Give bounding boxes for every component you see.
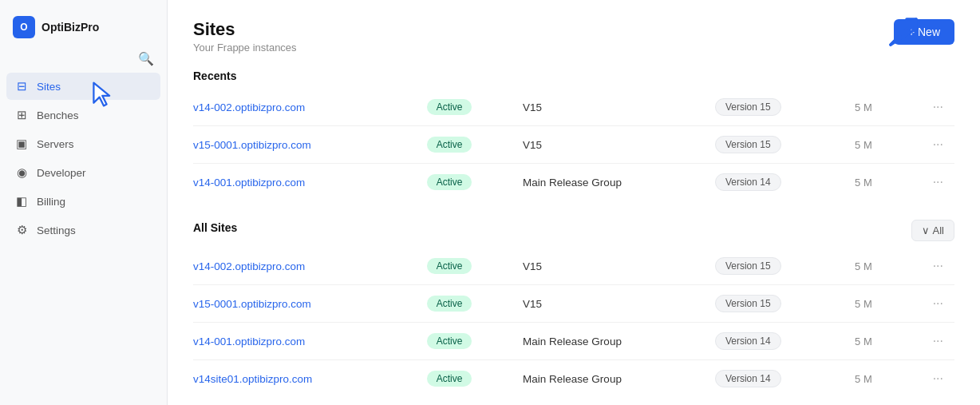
size-value: 5 M	[855, 336, 872, 347]
page-title-group: Sites Your Frappe instances	[193, 19, 297, 54]
version-badge: Version 15	[715, 136, 781, 153]
sidebar-item-billing[interactable]: ◧ Billing	[6, 188, 160, 215]
benches-icon: ⊞	[14, 108, 29, 122]
site-name[interactable]: v14-001.optibizpro.com	[193, 177, 305, 189]
sidebar-item-sites[interactable]: ⊟ Sites	[6, 73, 160, 100]
sidebar-item-settings[interactable]: ⚙ Settings	[6, 216, 160, 244]
sidebar-label-billing: Billing	[37, 196, 65, 208]
row-menu-button[interactable]: ···	[928, 370, 948, 387]
all-sites-header: All Sites ∨ All	[193, 220, 954, 241]
status-badge: Active	[427, 174, 472, 190]
sidebar-label-developer: Developer	[37, 167, 86, 179]
version-badge: Version 14	[715, 332, 781, 350]
row-menu-button[interactable]: ···	[928, 136, 948, 153]
table-row: v14-001.optibizpro.com Active Main Relea…	[193, 323, 954, 360]
sidebar: O OptiBizPro 🔍 ⊟ Sites ⊞ Benches ▣ Serve…	[0, 0, 168, 405]
table-row: v15-0001.optibizpro.com Active V15 Versi…	[193, 126, 954, 164]
sidebar-item-developer[interactable]: ◉ Developer	[6, 159, 160, 186]
size-value: 5 M	[855, 139, 872, 151]
billing-icon: ◧	[14, 194, 29, 208]
sidebar-label-benches: Benches	[37, 109, 79, 121]
version-badge: Version 14	[715, 370, 781, 387]
size-value: 5 M	[855, 260, 872, 272]
sidebar-nav: ⊟ Sites ⊞ Benches ▣ Servers ◉ Developer …	[0, 73, 167, 244]
page-subtitle: Your Frappe instances	[193, 42, 297, 54]
group-name: V15	[516, 89, 709, 126]
table-row: v15-0001.optibizpro.com Active V15 Versi…	[193, 285, 954, 323]
group-name: V15	[516, 126, 709, 164]
table-row: v14-002.optibizpro.com Active V15 Versio…	[193, 89, 954, 126]
size-value: 5 M	[855, 177, 872, 189]
all-sites-section: All Sites ∨ All v14-002.optibizpro.com A…	[193, 220, 954, 397]
version-badge: Version 15	[715, 98, 781, 116]
group-name: V15	[516, 248, 709, 285]
row-menu-button[interactable]: ···	[928, 98, 948, 116]
row-menu-button[interactable]: ···	[928, 332, 948, 350]
group-name: V15	[516, 285, 709, 323]
table-row: v14-001.optibizpro.com Active Main Relea…	[193, 164, 954, 201]
site-name[interactable]: v14site01.optibizpro.com	[193, 373, 312, 385]
group-name: Main Release Group	[516, 323, 709, 360]
group-name: Main Release Group	[516, 360, 709, 398]
filter-button[interactable]: ∨ All	[911, 220, 954, 241]
sidebar-item-benches[interactable]: ⊞ Benches	[6, 101, 160, 129]
main-content: Sites Your Frappe instances + New Recent…	[168, 0, 980, 405]
developer-icon: ◉	[14, 165, 29, 180]
logo-icon: O	[13, 16, 35, 38]
status-badge: Active	[427, 137, 472, 153]
row-menu-button[interactable]: ···	[928, 257, 948, 275]
size-value: 5 M	[855, 373, 872, 385]
pointer-decoration-icon	[883, 11, 924, 53]
status-badge: Active	[427, 99, 472, 115]
site-name[interactable]: v14-001.optibizpro.com	[193, 336, 305, 347]
row-menu-button[interactable]: ···	[928, 173, 948, 191]
sidebar-logo: O OptiBizPro	[0, 10, 167, 51]
servers-icon: ▣	[14, 137, 29, 151]
sidebar-label-settings: Settings	[37, 224, 76, 236]
page-title: Sites	[193, 19, 297, 40]
status-badge: Active	[427, 296, 472, 312]
recents-title: Recents	[193, 69, 954, 82]
table-row: v14site01.optibizpro.com Active Main Rel…	[193, 360, 954, 398]
status-badge: Active	[427, 258, 472, 274]
sites-icon: ⊟	[14, 79, 29, 93]
version-badge: Version 15	[715, 295, 781, 312]
version-badge: Version 15	[715, 257, 781, 275]
search-button[interactable]: 🔍	[138, 51, 154, 66]
all-sites-title: All Sites	[193, 221, 237, 234]
recents-table: v14-002.optibizpro.com Active V15 Versio…	[193, 89, 954, 201]
status-badge: Active	[427, 371, 472, 387]
all-sites-table: v14-002.optibizpro.com Active V15 Versio…	[193, 248, 954, 397]
version-badge: Version 14	[715, 173, 781, 191]
site-name[interactable]: v14-002.optibizpro.com	[193, 260, 305, 272]
size-value: 5 M	[855, 298, 872, 310]
row-menu-button[interactable]: ···	[928, 295, 948, 312]
recents-section: Recents v14-002.optibizpro.com Active V1…	[193, 69, 954, 201]
site-name[interactable]: v15-0001.optibizpro.com	[193, 139, 311, 151]
site-name[interactable]: v15-0001.optibizpro.com	[193, 298, 311, 310]
sidebar-search-area: 🔍	[0, 51, 167, 73]
chevron-down-icon: ∨	[922, 224, 930, 236]
sidebar-label-servers: Servers	[37, 138, 74, 150]
size-value: 5 M	[855, 101, 872, 113]
sidebar-label-sites: Sites	[37, 81, 61, 93]
filter-label: All	[933, 224, 944, 236]
table-row: v14-002.optibizpro.com Active V15 Versio…	[193, 248, 954, 285]
group-name: Main Release Group	[516, 164, 709, 201]
logo-text: OptiBizPro	[41, 21, 99, 34]
status-badge: Active	[427, 333, 472, 349]
sidebar-item-servers[interactable]: ▣ Servers	[6, 130, 160, 157]
page-header: Sites Your Frappe instances + New	[193, 19, 954, 54]
settings-icon: ⚙	[14, 223, 29, 237]
site-name[interactable]: v14-002.optibizpro.com	[193, 101, 305, 113]
